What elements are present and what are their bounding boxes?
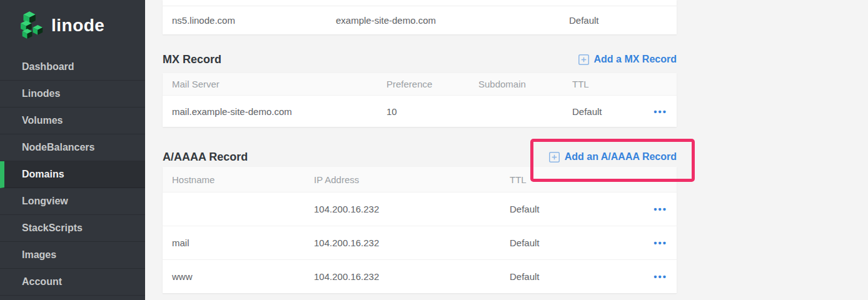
sidebar-item-label: Domains [22,169,64,180]
cell-name-server: ns5.linode.com [163,15,326,26]
column-header-ttl: TTL [500,174,642,185]
sidebar-item-images[interactable]: Images [0,242,145,269]
sidebar-item-volumes[interactable]: Volumes [0,108,145,134]
row-divider [163,0,677,6]
sidebar-item-label: Dashboard [22,61,74,72]
sidebar-item-label: StackScripts [22,222,83,234]
column-header-hostname: Hostname [163,174,305,185]
ellipsis-icon[interactable]: ••• [654,238,667,248]
sidebar-item-label: Account [22,276,62,288]
cell-ip-address: 104.200.16.232 [305,271,500,282]
cell-ttl: Default [500,204,642,214]
cell-hostname: mail [163,238,305,248]
sidebar-item-domains[interactable]: Domains [0,161,145,188]
cell-ip-address: 104.200.16.232 [305,204,500,214]
add-mx-record-button[interactable]: Add a MX Record [578,54,677,65]
cell-ttl: Default [500,238,642,248]
column-header-subdomain: Subdomain [469,79,563,89]
cell-hostname: www [163,271,305,282]
sidebar-item-label: Longview [22,196,68,207]
linode-wordmark: linode [51,17,104,37]
mx-table-header: Mail Server Preference Subdomain TTL [163,73,677,96]
cell-ip-address: 104.200.16.232 [305,238,500,248]
column-header-mail-server: Mail Server [163,79,377,89]
table-row: mail.example-site-demo.com 10 Default ••… [163,96,677,127]
linode-logo[interactable]: linode [0,0,145,54]
ellipsis-icon[interactable]: ••• [654,272,667,281]
domain-records-page: ns5.linode.com example-site-demo.com Def… [145,0,868,300]
sidebar-item-linodes[interactable]: Linodes [0,81,145,108]
cell-mail-server: mail.example-site-demo.com [163,106,377,117]
plus-square-icon [578,54,589,65]
sidebar: linode Dashboard Linodes Volumes NodeBal… [0,0,145,300]
sidebar-item-label: Volumes [22,115,63,126]
sidebar-item-label: Linodes [22,88,60,99]
ns-record-table-partial: ns5.linode.com example-site-demo.com Def… [163,0,677,34]
linode-cubes-icon [16,11,44,42]
table-row: ns5.linode.com example-site-demo.com Def… [163,6,677,34]
column-header-ip-address: IP Address [305,174,500,185]
cell-ttl: Default [560,15,677,26]
cell-subdomain: example-site-demo.com [326,15,560,26]
sidebar-item-nodebalancers[interactable]: NodeBalancers [0,134,145,161]
cell-preference: 10 [377,106,469,117]
sidebar-item-label: Images [22,249,56,261]
sidebar-item-stackscripts[interactable]: StackScripts [0,215,145,242]
sidebar-item-dashboard[interactable]: Dashboard [0,54,145,81]
add-a-aaaa-record-label: Add an A/AAAA Record [565,151,677,162]
mx-record-table: Mail Server Preference Subdomain TTL mai… [163,73,677,127]
add-a-aaaa-record-button[interactable]: Add an A/AAAA Record [549,151,677,162]
a-aaaa-record-table: Hostname IP Address TTL 104.200.16.232 D… [163,167,677,293]
sidebar-item-label: NodeBalancers [22,142,95,153]
sidebar-item-account[interactable]: Account [0,269,145,296]
cell-ttl: Default [500,271,642,282]
a-aaaa-section-title: A/AAAA Record [163,151,248,164]
add-mx-record-label: Add a MX Record [594,54,677,65]
plus-square-icon [549,152,560,162]
mx-section-header: MX Record Add a MX Record [163,47,677,72]
ellipsis-icon[interactable]: ••• [654,204,667,214]
ellipsis-icon[interactable]: ••• [654,107,667,116]
mx-section-title: MX Record [163,53,221,66]
column-header-ttl: TTL [563,79,642,89]
cell-ttl: Default [563,106,642,117]
sidebar-item-longview[interactable]: Longview [0,188,145,215]
table-row: mail 104.200.16.232 Default ••• [163,226,677,259]
column-header-preference: Preference [377,79,469,89]
a-aaaa-table-header: Hostname IP Address TTL [163,167,677,192]
table-row: 104.200.16.232 Default ••• [163,192,677,226]
table-row: www 104.200.16.232 Default ••• [163,259,677,293]
